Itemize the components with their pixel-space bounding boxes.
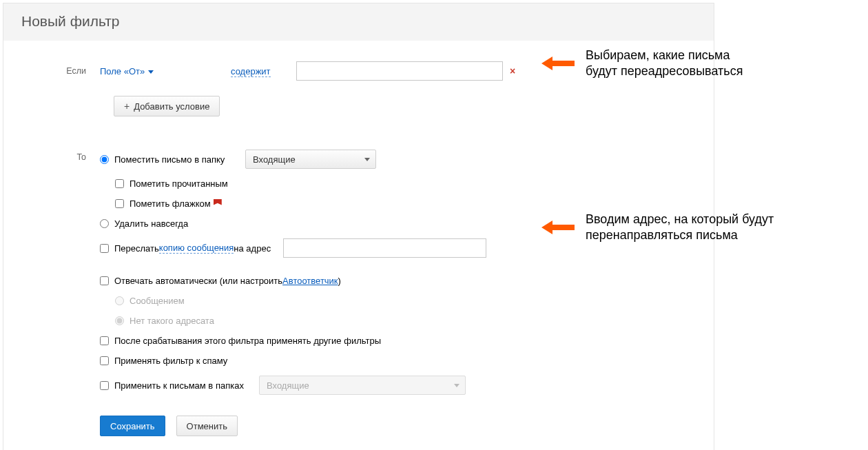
mark-flag-checkbox[interactable]: [115, 199, 124, 208]
autoresp-nosender-label: Нет такого адресата: [130, 316, 214, 326]
mark-flag-label: Пометить флажком: [130, 198, 211, 209]
flag-icon: [214, 199, 222, 209]
annotation-top: Выбираем, какие письма будут переадресов…: [586, 48, 743, 80]
folder-select-value: Входящие: [253, 154, 296, 165]
forward-prefix: Переслать: [114, 243, 159, 254]
apply-spam-label: Применять фильтр к спаму: [114, 356, 227, 366]
actions-label: То: [17, 150, 100, 436]
apply-folders-select: Входящие: [259, 376, 466, 395]
apply-spam-checkbox[interactable]: [100, 356, 109, 365]
apply-folders-checkbox[interactable]: [100, 381, 109, 390]
move-to-folder-radio[interactable]: [100, 155, 109, 164]
continue-filters-checkbox[interactable]: [100, 336, 109, 345]
add-condition-button[interactable]: + Добавить условие: [114, 96, 220, 116]
field-selector-label: Поле «От»: [100, 66, 145, 76]
folder-select[interactable]: Входящие: [245, 150, 376, 169]
annotation-mid: Вводим адрес, на который будут перенапра…: [586, 212, 774, 244]
autoresponder-checkbox[interactable]: [100, 276, 109, 285]
forward-checkbox[interactable]: [100, 244, 109, 253]
autoresp-nosender-radio: [115, 316, 124, 325]
chevron-down-icon: [364, 158, 370, 161]
conditions-label: Если: [17, 66, 100, 76]
remove-condition-icon[interactable]: ×: [510, 65, 515, 76]
autoresponder-link[interactable]: Автоответчик: [282, 276, 338, 286]
continue-filters-label: После срабатывания этого фильтра применя…: [114, 336, 381, 346]
forward-suffix: на адрес: [234, 243, 271, 254]
add-condition-label: Добавить условие: [134, 101, 209, 112]
condition-value-input[interactable]: [296, 61, 503, 81]
move-to-folder-label: Поместить письмо в папку: [114, 154, 245, 165]
save-button[interactable]: Сохранить: [100, 416, 165, 436]
autoresponder-prefix: Отвечать автоматически (или настроить: [114, 276, 282, 286]
autoresponder-suffix: ): [338, 276, 341, 286]
forward-address-input[interactable]: [283, 238, 486, 258]
mark-read-label: Пометить прочитанным: [130, 178, 228, 189]
forward-copy-link[interactable]: копию сообщения: [159, 243, 234, 254]
mark-read-checkbox[interactable]: [115, 179, 124, 188]
cancel-button[interactable]: Отменить: [176, 416, 238, 436]
plus-icon: +: [124, 101, 130, 112]
operator-selector[interactable]: содержит: [231, 66, 271, 77]
apply-folders-label: Применить к письмам в папках: [114, 380, 259, 391]
delete-label: Удалить навсегда: [114, 218, 188, 229]
chevron-down-icon: [454, 384, 459, 387]
apply-folders-value: Входящие: [267, 380, 309, 391]
autoresp-message-label: Сообщением: [130, 296, 185, 306]
autoresp-message-radio: [115, 296, 124, 305]
arrow-icon: [541, 222, 575, 233]
field-selector[interactable]: Поле «От»: [100, 66, 154, 76]
chevron-down-icon: [148, 70, 154, 74]
delete-radio[interactable]: [100, 219, 109, 228]
page-title: Новый фильтр: [3, 3, 714, 41]
arrow-icon: [541, 58, 575, 69]
